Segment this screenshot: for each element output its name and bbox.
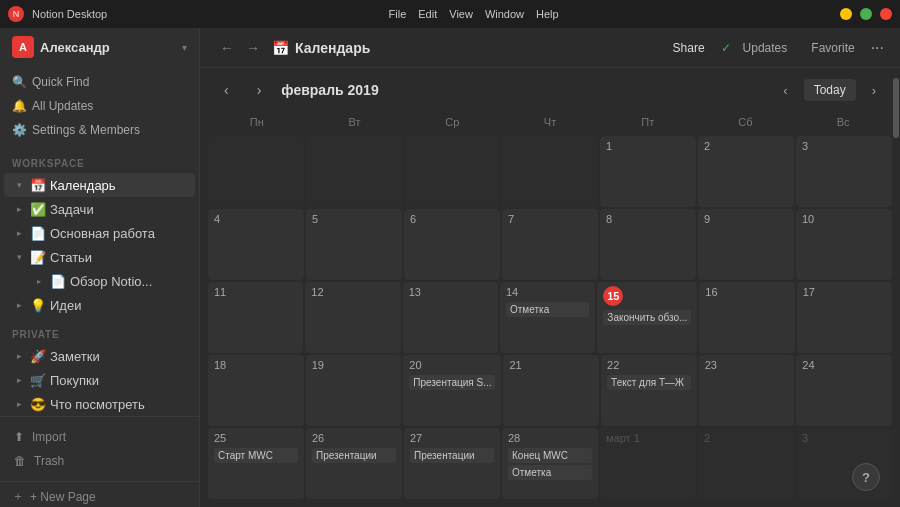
calendar-cell[interactable] <box>404 136 500 207</box>
updates-button[interactable]: Updates <box>735 37 796 59</box>
calendar-cell[interactable]: 10 <box>796 209 892 280</box>
calendar-cell[interactable]: 3 <box>796 136 892 207</box>
today-button[interactable]: Today <box>804 79 856 101</box>
weekday-6: Вс <box>794 112 892 132</box>
calendar-date: 14 <box>506 286 518 298</box>
next-month-button[interactable]: › <box>249 78 270 102</box>
calendar-cell[interactable]: 17 <box>797 282 892 353</box>
close-button[interactable] <box>880 8 892 20</box>
sidebar-item-allupdates[interactable]: 🔔 All Updates <box>0 94 199 118</box>
share-button[interactable]: Share <box>665 37 713 59</box>
sidebar-item-settings[interactable]: ⚙️ Settings & Members <box>0 118 199 142</box>
calendar-cell[interactable]: 6 <box>404 209 500 280</box>
weekday-2: Ср <box>403 112 501 132</box>
forward-button[interactable]: → <box>242 38 264 58</box>
calendar-cell[interactable]: 22Текст для Т—Ж <box>601 355 697 426</box>
sidebar-item-tasks[interactable]: ▸ ✅ Задачи <box>4 197 195 221</box>
calendar-week-4: 25Старт MWC26Презентации27Презентации28К… <box>208 428 892 499</box>
calendar-cell[interactable]: 16 <box>699 282 794 353</box>
username-label: Александр <box>40 40 176 55</box>
maximize-button[interactable] <box>860 8 872 20</box>
calendar-cell[interactable]: 2 <box>698 428 794 499</box>
minimize-button[interactable] <box>840 8 852 20</box>
calendar-cell[interactable]: 23 <box>699 355 795 426</box>
sidebar-item-notes[interactable]: ▸ 🚀 Заметки <box>4 344 195 368</box>
calendar-cell[interactable]: 2 <box>698 136 794 207</box>
calendar-cell[interactable]: 18 <box>208 355 304 426</box>
menu-help[interactable]: Help <box>536 8 559 20</box>
sidebar-item-ideas[interactable]: ▸ 💡 Идеи <box>4 293 195 317</box>
prev-month-button[interactable]: ‹ <box>216 78 237 102</box>
calendar-event[interactable]: Конец MWC <box>508 448 592 463</box>
calendar-cell[interactable]: 15Закончить обзо... <box>597 282 697 353</box>
calendar-event[interactable]: Презентация S... <box>409 375 495 390</box>
private-section-label: PRIVATE <box>0 317 199 344</box>
back-button[interactable]: ← <box>216 38 238 58</box>
calendar-cell[interactable] <box>208 136 304 207</box>
calendar-event[interactable]: Презентации <box>312 448 396 463</box>
more-button[interactable]: ··· <box>871 39 884 57</box>
menu-file[interactable]: File <box>389 8 407 20</box>
calendar-cell[interactable]: 25Старт MWC <box>208 428 304 499</box>
menu-edit[interactable]: Edit <box>418 8 437 20</box>
new-page-button[interactable]: ＋ + New Page <box>0 481 199 507</box>
menu-view[interactable]: View <box>449 8 473 20</box>
calendar-cell[interactable]: 1 <box>600 136 696 207</box>
calendar-cell[interactable]: 9 <box>698 209 794 280</box>
calendar-cell[interactable]: 4 <box>208 209 304 280</box>
scrollbar-thumb[interactable] <box>893 78 899 138</box>
calendar-date: 6 <box>410 213 416 225</box>
trash-button[interactable]: 🗑 Trash <box>0 449 199 473</box>
calendar-cell[interactable]: 19 <box>306 355 402 426</box>
calendar-cell[interactable]: 12 <box>305 282 400 353</box>
calendar-event[interactable]: Отметка <box>506 302 589 317</box>
next-month-icon[interactable]: › <box>864 79 884 102</box>
sidebar-item-articles[interactable]: ▾ 📝 Статьи <box>4 245 195 269</box>
scrollbar[interactable] <box>892 68 900 507</box>
calendar-cell[interactable]: 5 <box>306 209 402 280</box>
sidebar-item-watchlist[interactable]: ▸ 😎 Что посмотреть <box>4 392 195 416</box>
sidebar-item-quickfind[interactable]: 🔍 Quick Find <box>0 70 199 94</box>
calendar-cell[interactable]: 20Презентация S... <box>403 355 501 426</box>
sidebar-item-calendar[interactable]: ▾ 📅 Календарь <box>4 173 195 197</box>
calendar-date: 2 <box>704 432 710 444</box>
sidebar-item-mainwork[interactable]: ▸ 📄 Основная работа <box>4 221 195 245</box>
calendar-event[interactable]: Отметка <box>508 465 592 480</box>
gear-icon: ⚙️ <box>12 123 26 137</box>
calendar-event[interactable]: Текст для Т—Ж <box>607 375 691 390</box>
sidebar-bottom: ⬆ Import 🗑 Trash <box>0 416 199 481</box>
calendar-date: март 1 <box>606 432 640 444</box>
menu-window[interactable]: Window <box>485 8 524 20</box>
favorite-button[interactable]: Favorite <box>803 37 862 59</box>
calendar-cell[interactable]: 7 <box>502 209 598 280</box>
calendar-cell[interactable]: 8 <box>600 209 696 280</box>
page-icon: 📄 <box>50 273 66 289</box>
calendar-cell[interactable]: 3 <box>796 428 892 499</box>
calendar-cell[interactable]: 27Презентации <box>404 428 500 499</box>
calendar-date: 10 <box>802 213 814 225</box>
arrow-right-icon: ▸ <box>12 228 26 238</box>
import-button[interactable]: ⬆ Import <box>0 425 199 449</box>
prev-month-icon[interactable]: ‹ <box>775 79 795 102</box>
help-button[interactable]: ? <box>852 463 880 491</box>
calendar-cell[interactable]: 28Конец MWCОтметка <box>502 428 598 499</box>
calendar-cell[interactable]: 11 <box>208 282 303 353</box>
calendar-cell[interactable]: 13 <box>403 282 498 353</box>
calendar-cell[interactable]: 21 <box>503 355 599 426</box>
calendar-event[interactable]: Закончить обзо... <box>603 310 691 325</box>
sidebar-item-notiooverview[interactable]: ▸ 📄 Обзор Notio... <box>4 269 195 293</box>
app-body: А Александр ▾ 🔍 Quick Find 🔔 All Updates… <box>0 28 900 507</box>
calendar-week-0: 123 <box>208 136 892 207</box>
calendar-cell[interactable]: 14Отметка <box>500 282 595 353</box>
calendar-event[interactable]: Презентации <box>410 448 494 463</box>
calendar-date: 3 <box>802 432 808 444</box>
weekday-5: Сб <box>697 112 795 132</box>
sidebar-user-header[interactable]: А Александр ▾ <box>0 28 199 66</box>
calendar-cell[interactable] <box>502 136 598 207</box>
sidebar-item-shopping[interactable]: ▸ 🛒 Покупки <box>4 368 195 392</box>
calendar-cell[interactable] <box>306 136 402 207</box>
calendar-cell[interactable]: 26Презентации <box>306 428 402 499</box>
calendar-event[interactable]: Старт MWC <box>214 448 298 463</box>
calendar-cell[interactable]: март 1 <box>600 428 696 499</box>
calendar-cell[interactable]: 24 <box>796 355 892 426</box>
